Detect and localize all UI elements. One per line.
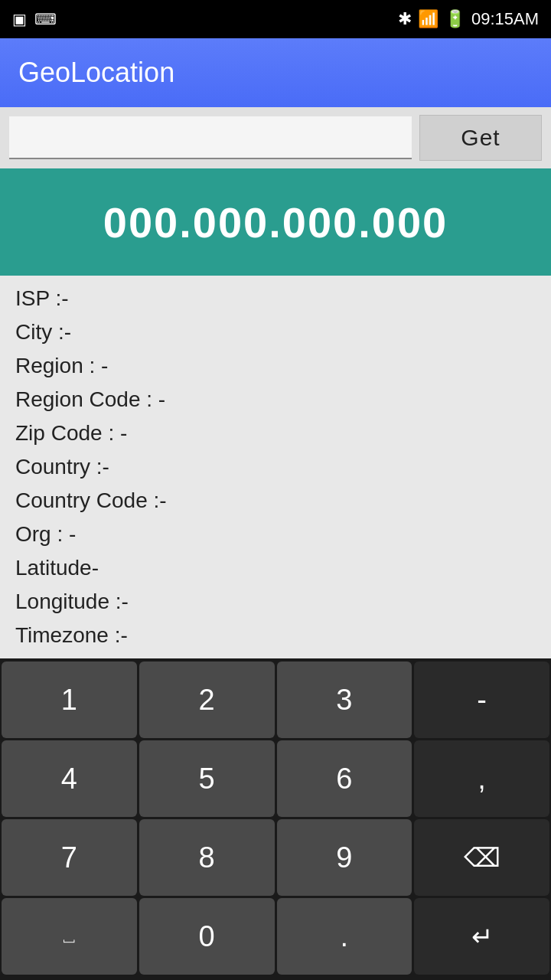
key-8[interactable]: 8 <box>139 819 275 896</box>
signal-icon: 📶 <box>418 9 439 29</box>
status-bar: ▣ ⌨ ✱ 📶 🔋 09:15AM <box>0 0 551 38</box>
isp-row: ISP :- <box>15 283 536 314</box>
keyboard-row-3: 7 8 9 ⌫ <box>2 819 549 896</box>
get-button[interactable]: Get <box>419 115 542 161</box>
key-backspace[interactable]: ⌫ <box>414 819 549 896</box>
battery-icon: 🔋 <box>445 9 465 29</box>
ip-input[interactable] <box>9 116 412 159</box>
region-row: Region : - <box>15 351 536 381</box>
longitude-row: Longitude :- <box>15 586 536 617</box>
ip-text: 000.000.000.000 <box>103 198 448 247</box>
key-space[interactable]: ⎵ <box>2 898 137 975</box>
zip-code-row: Zip Code : - <box>15 418 536 449</box>
key-5[interactable]: 5 <box>139 740 275 817</box>
key-enter[interactable]: ↵ <box>414 898 549 975</box>
space-icon: ⎵ <box>64 926 74 947</box>
country-row: Country :- <box>15 452 536 482</box>
key-4[interactable]: 4 <box>2 740 137 817</box>
keyboard-row-4: ⎵ 0 . ↵ <box>2 898 549 975</box>
time-display: 09:15AM <box>471 9 539 29</box>
gallery-icon: ▣ <box>12 10 27 28</box>
enter-icon: ↵ <box>471 921 493 952</box>
app-bar: GeoLocation <box>0 38 551 107</box>
keyboard-row-2: 4 5 6 , <box>2 740 549 817</box>
city-row: City :- <box>15 317 536 348</box>
key-3[interactable]: 3 <box>277 662 412 738</box>
key-2[interactable]: 2 <box>139 662 275 738</box>
key-dot[interactable]: . <box>277 898 412 975</box>
key-1[interactable]: 1 <box>2 662 137 738</box>
key-7[interactable]: 7 <box>2 819 137 896</box>
key-9[interactable]: 9 <box>277 819 412 896</box>
backspace-icon: ⌫ <box>464 842 500 873</box>
info-section: ISP :- City :- Region : - Region Code : … <box>0 276 551 658</box>
key-6[interactable]: 6 <box>277 740 412 817</box>
country-code-row: Country Code :- <box>15 485 536 516</box>
keyboard-row-1: 1 2 3 - <box>2 662 549 738</box>
org-row: Org : - <box>15 519 536 550</box>
key-0[interactable]: 0 <box>139 898 275 975</box>
keyboard-icon: ⌨ <box>34 10 57 28</box>
timezone-row: Timezone :- <box>15 620 536 651</box>
region-code-row: Region Code : - <box>15 384 536 415</box>
bluetooth-icon: ✱ <box>398 9 412 29</box>
ip-display: 000.000.000.000 <box>0 168 551 276</box>
app-title: GeoLocation <box>18 57 174 89</box>
input-row: Get <box>0 107 551 168</box>
key-comma[interactable]: , <box>414 740 549 817</box>
key-dash[interactable]: - <box>414 662 549 738</box>
latitude-row: Latitude- <box>15 553 536 583</box>
keyboard: 1 2 3 - 4 5 6 , 7 8 9 ⌫ ⎵ 0 . ↵ <box>0 658 551 980</box>
